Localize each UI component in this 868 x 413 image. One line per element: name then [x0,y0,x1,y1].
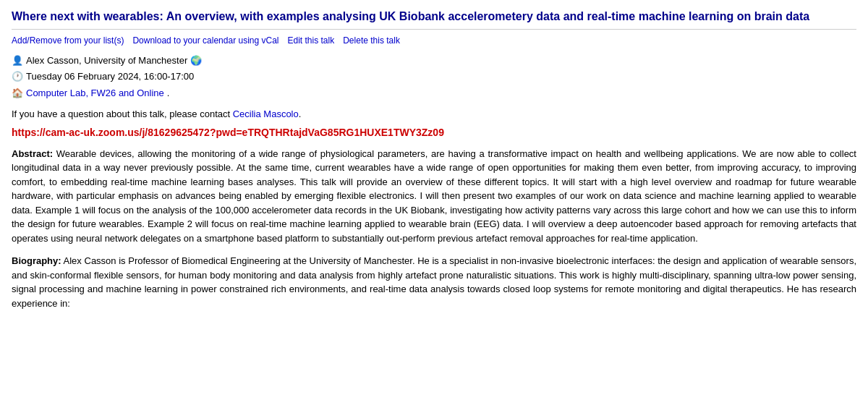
house-icon: 🏠 [12,85,23,101]
meta-section: 👤 Alex Casson, University of Manchester … [12,53,856,101]
date-text: Tuesday 06 February 2024, 16:00-17:00 [26,69,194,85]
abstract-label: Abstract: [12,148,53,159]
speaker-row: 👤 Alex Casson, University of Manchester … [12,53,856,69]
clock-icon: 🕐 [12,69,23,85]
globe-icon: 🌍 [190,53,202,69]
zoom-link[interactable]: https://cam-ac-uk.zoom.us/j/81629625472?… [12,127,856,138]
abstract-text: Wearable devices, allowing the monitorin… [12,148,856,244]
contact-suffix: . [299,108,302,119]
title: Where next with wearables: An overview, … [12,9,856,25]
abstract-section: Abstract: Wearable devices, allowing the… [12,147,856,246]
contact-name-link[interactable]: Cecilia Mascolo [233,108,299,119]
biography-label: Biography: [12,255,61,266]
speaker-name: Alex Casson, University of Manchester [26,53,187,69]
title-divider [12,29,856,30]
location-link[interactable]: Computer Lab, FW26 and Online [26,85,164,101]
delete-link[interactable]: Delete this talk [343,35,400,46]
biography-section: Biography: Alex Casson is Professor of B… [12,254,856,310]
contact-section: If you have a question about this talk, … [12,108,856,119]
person-icon: 👤 [12,53,23,69]
location-row: 🏠 Computer Lab, FW26 and Online. [12,85,856,101]
date-row: 🕐 Tuesday 06 February 2024, 16:00-17:00 [12,69,856,85]
action-links: Add/Remove from your list(s) Download to… [12,35,856,46]
page-container: Where next with wearables: An overview, … [12,9,856,310]
contact-prefix: If you have a question about this talk, … [12,108,233,119]
biography-text: Alex Casson is Professor of Biomedical E… [12,255,856,309]
add-remove-link[interactable]: Add/Remove from your list(s) [12,35,124,46]
download-link[interactable]: Download to your calendar using vCal [132,35,278,46]
edit-link[interactable]: Edit this talk [288,35,335,46]
